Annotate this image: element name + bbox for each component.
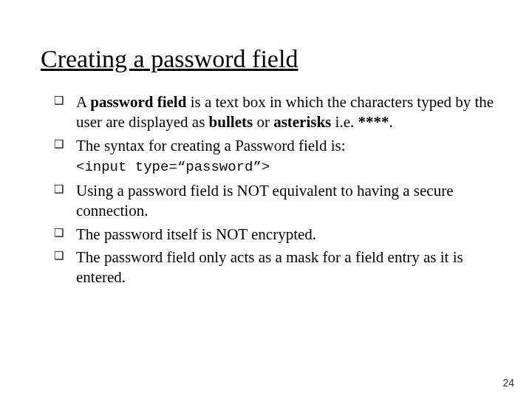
bullet-list-2: Using a password field is NOT equivalent… bbox=[54, 181, 495, 287]
bullet-list: A password field is a text box in which … bbox=[54, 92, 495, 156]
bullet-item-2: The syntax for creating a Password field… bbox=[54, 136, 495, 156]
bold-text: **** bbox=[358, 113, 389, 131]
bold-text: password field bbox=[90, 93, 186, 111]
bold-text: bullets bbox=[209, 113, 253, 131]
slide: Creating a password field A password fie… bbox=[0, 0, 532, 399]
text: or bbox=[253, 113, 273, 131]
text: . bbox=[389, 113, 392, 131]
bullet-item-5: The password field only acts as a mask f… bbox=[54, 248, 495, 288]
bullet-item-3: Using a password field is NOT equivalent… bbox=[54, 181, 495, 222]
bold-text: asterisks bbox=[273, 113, 331, 131]
bullet-item-4: The password itself is NOT encrypted. bbox=[54, 225, 495, 245]
slide-title: Creating a password field bbox=[41, 44, 495, 73]
bullet-item-1: A password field is a text box in which … bbox=[54, 92, 495, 133]
code-snippet: <input type=“password”> bbox=[76, 159, 495, 175]
text: i.e. bbox=[331, 113, 358, 131]
text: A bbox=[76, 93, 90, 111]
page-number: 24 bbox=[502, 377, 514, 389]
